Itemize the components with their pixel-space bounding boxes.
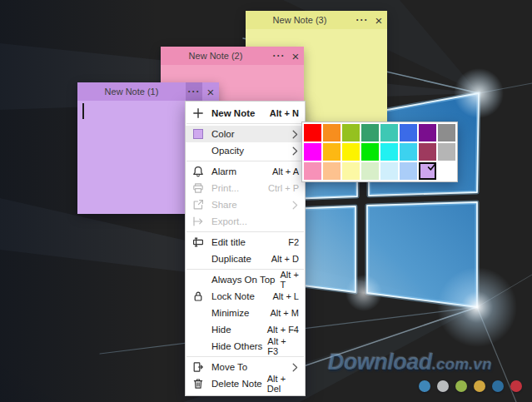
watermark-dot [455, 380, 467, 392]
menu-item-new-note[interactable]: New NoteAlt + N [186, 105, 305, 122]
menu-item-shortcut: Alt + N [270, 108, 299, 118]
menu-item-color[interactable]: Color [186, 126, 305, 142]
menu-item-label: Hide [211, 325, 262, 335]
menu-item-alarm[interactable]: AlarmAlt + A [186, 163, 305, 180]
chevron-right-icon [292, 363, 299, 372]
plus-icon [192, 107, 204, 119]
menu-item-label: Duplicate [211, 254, 266, 264]
menu-item-shortcut: Alt + T [281, 270, 300, 290]
color-palette-submenu [301, 122, 458, 182]
export-icon [192, 216, 204, 227]
color-swatch-r2c6[interactable] [400, 143, 417, 161]
color-swatch-r2c3[interactable] [342, 143, 360, 161]
color-swatch-r2c2[interactable] [323, 143, 341, 161]
more-options-icon[interactable]: ··· [271, 47, 287, 65]
no-icon [192, 307, 204, 319]
menu-item-move-to[interactable]: Move To [186, 359, 305, 375]
rename-icon [192, 236, 204, 248]
menu-item-always-on-top[interactable]: Always On TopAlt + T [186, 271, 305, 288]
more-options-icon[interactable]: ··· [186, 82, 202, 101]
menu-item-shortcut: Alt + A [272, 166, 299, 176]
menu-item-share: Share [186, 196, 305, 213]
color-swatch-r3c8[interactable] [438, 162, 455, 180]
menu-item-shortcut: F2 [288, 237, 299, 247]
bell-icon [192, 166, 204, 177]
watermark-suffix: .com.vn [432, 355, 492, 373]
note-titlebar[interactable]: New Note (3) ··· × [246, 11, 387, 29]
color-swatch-r2c4[interactable] [361, 143, 379, 161]
color-swatch-r2c5[interactable] [380, 143, 398, 161]
watermark-text: Download [328, 350, 432, 375]
note-titlebar[interactable]: New Note (2) ··· × [161, 47, 304, 65]
menu-item-opacity[interactable]: Opacity [186, 142, 305, 159]
color-swatch-r1c7[interactable] [419, 124, 436, 141]
menu-item-label: Alarm [211, 166, 267, 176]
color-swatch-r1c8[interactable] [438, 124, 455, 141]
color-swatch-r1c3[interactable] [342, 124, 360, 141]
color-swatch-selected[interactable] [419, 162, 436, 180]
color-swatch-r1c4[interactable] [361, 124, 379, 141]
color-swatch-r2c8[interactable] [438, 143, 455, 161]
watermark-dots [419, 380, 522, 392]
menu-item-shortcut: Alt + M [270, 308, 299, 318]
color-swatch-r3c4[interactable] [361, 162, 379, 180]
menu-item-shortcut: Alt + L [273, 291, 300, 301]
menu-item-shortcut: Alt + D [271, 254, 299, 264]
color-swatch-icon [192, 128, 204, 140]
menu-item-label: Export... [211, 216, 299, 226]
no-icon [192, 253, 204, 265]
menu-item-minimize[interactable]: MinimizeAlt + M [186, 305, 305, 321]
close-icon[interactable]: × [370, 11, 387, 29]
no-icon [192, 324, 204, 335]
watermark-dot [474, 380, 485, 392]
menu-separator [186, 356, 304, 357]
menu-item-shortcut: Alt + F4 [267, 325, 299, 335]
menu-item-export: Export... [186, 213, 305, 230]
menu-item-duplicate[interactable]: DuplicateAlt + D [186, 251, 305, 267]
more-options-icon[interactable]: ··· [354, 11, 370, 29]
menu-item-shortcut: Alt + Del [267, 374, 299, 394]
color-swatch-r3c6[interactable] [400, 162, 417, 180]
color-swatch-r1c6[interactable] [400, 124, 417, 141]
menu-item-label: Hide Others [211, 341, 262, 351]
color-swatch-r3c2[interactable] [323, 162, 341, 180]
desktop: Download.com.vn New Note (3) ··· × New N… [0, 0, 532, 402]
color-swatch-r3c1[interactable] [304, 162, 321, 180]
menu-item-shortcut: Ctrl + P [268, 183, 299, 193]
menu-item-delete-note[interactable]: Delete NoteAlt + Del [186, 375, 305, 392]
menu-item-hide[interactable]: HideAlt + F4 [186, 321, 305, 338]
check-icon [426, 161, 437, 172]
menu-item-label: Minimize [211, 308, 265, 318]
color-swatch-r1c5[interactable] [380, 124, 398, 141]
menu-item-edit-title[interactable]: Edit titleF2 [186, 234, 305, 251]
note-title: New Note (2) [161, 51, 271, 61]
color-swatch-r3c5[interactable] [380, 162, 398, 180]
menu-item-label: Print... [211, 183, 263, 193]
watermark-dot [419, 380, 430, 392]
menu-item-shortcut: Alt + F3 [267, 336, 299, 356]
no-icon [192, 340, 204, 352]
close-icon[interactable]: × [287, 47, 304, 65]
color-swatch-r1c2[interactable] [323, 124, 341, 141]
watermark: Download.com.vn [328, 351, 492, 374]
color-swatch-r1c1[interactable] [304, 124, 321, 141]
share-icon [192, 199, 204, 211]
watermark-dot [492, 380, 504, 392]
color-swatch-r3c3[interactable] [342, 162, 360, 180]
menu-item-hide-others[interactable]: Hide OthersAlt + F3 [186, 338, 305, 355]
menu-item-print: Print...Ctrl + P [186, 180, 305, 196]
menu-item-lock-note[interactable]: Lock NoteAlt + L [186, 288, 305, 305]
color-swatch-r2c1[interactable] [304, 143, 321, 161]
note-title: New Note (1) [77, 87, 186, 97]
color-swatch-r2c7[interactable] [419, 143, 436, 161]
text-caret [82, 103, 84, 119]
note-titlebar[interactable]: New Note (1) ··· × [77, 82, 219, 101]
menu-item-label: Move To [211, 362, 287, 372]
menu-item-label: Share [211, 200, 287, 210]
menu-item-label: Opacity [211, 146, 287, 156]
watermark-dot [437, 380, 449, 392]
menu-item-label: Lock Note [211, 291, 268, 301]
no-icon [192, 274, 204, 285]
menu-separator [186, 161, 304, 161]
close-icon[interactable]: × [202, 82, 219, 101]
